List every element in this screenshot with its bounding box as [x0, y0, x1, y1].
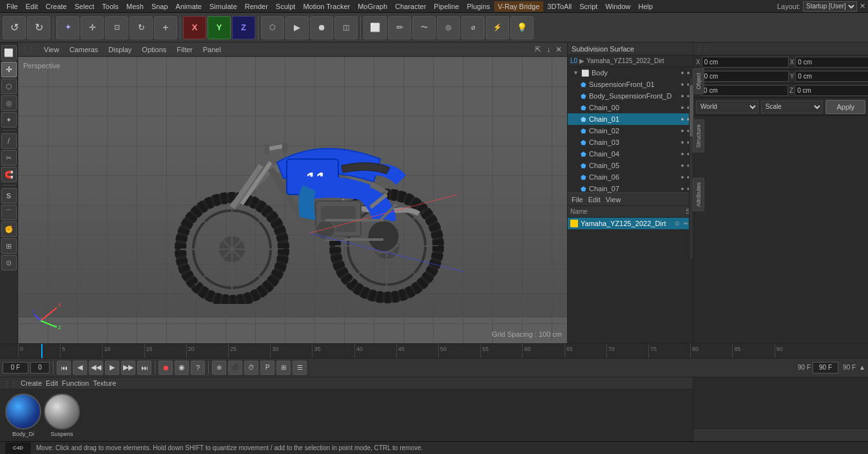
frame-input[interactable]	[3, 362, 28, 374]
attr-x2-input[interactable]	[795, 57, 868, 68]
attr-z2-input[interactable]	[795, 85, 868, 96]
tree-item-body[interactable]: ▼ ⬜ Body ● ●	[568, 67, 693, 79]
tool-tiles[interactable]: ⊞	[1, 238, 17, 254]
menu-snap[interactable]: Snap	[148, 1, 172, 12]
animate-mode-button[interactable]: ⏱	[244, 361, 258, 375]
vp-lock-icon[interactable]: ↓	[546, 45, 550, 54]
menu-animate[interactable]: Animate	[172, 1, 206, 12]
menu-motion-tracker[interactable]: Motion Tracker	[299, 1, 354, 12]
deformer-button[interactable]: ⌀	[461, 16, 485, 39]
mocap-button[interactable]: ⊞	[276, 361, 291, 375]
attr-y2-input[interactable]	[795, 71, 868, 82]
mat-menu-edit[interactable]: Edit	[46, 379, 58, 387]
motion-path-button[interactable]: ⊕	[212, 361, 226, 375]
cube-button[interactable]: ⬜	[363, 16, 387, 39]
side-tab-object[interactable]: Object	[693, 68, 704, 94]
dynamics-button[interactable]: ⚡	[486, 16, 509, 39]
render-preview-button[interactable]: ◫	[334, 16, 358, 39]
menu-create[interactable]: Create	[42, 1, 71, 12]
mat-menu-function[interactable]: Function	[62, 379, 89, 387]
x-axis-button[interactable]: X	[183, 16, 206, 39]
scale-button[interactable]: ⊡	[105, 16, 128, 39]
goto-start-button[interactable]: ⏮	[57, 361, 71, 375]
tree-item-chain07[interactable]: ⬟ Chain_07 ● ●	[568, 183, 693, 193]
light-button[interactable]: 💡	[510, 16, 534, 39]
menu-file[interactable]: File	[3, 1, 22, 12]
side-tab-structure[interactable]: Structure	[693, 120, 704, 153]
tool-line[interactable]: /	[1, 133, 17, 149]
vp-close-icon[interactable]: ✕	[555, 45, 562, 54]
menu-select[interactable]: Select	[71, 1, 99, 12]
layout-close-icon[interactable]: ✕	[860, 2, 865, 10]
viewport[interactable]: X Z Y	[18, 57, 567, 343]
tree-item-suspension01[interactable]: ⬟ SuspensionFront_01 ● ●	[568, 79, 693, 90]
menu-3dtoall[interactable]: 3DToAll	[543, 1, 575, 12]
attr-x-input[interactable]	[702, 57, 789, 68]
mat-menu-texture[interactable]: Texture	[93, 379, 116, 387]
menu-edit[interactable]: Edit	[22, 1, 42, 12]
select-model-button[interactable]: ✦	[56, 16, 79, 39]
redo-button[interactable]: ↻	[27, 16, 50, 39]
menu-plugins[interactable]: Plugins	[463, 1, 494, 12]
tree-item-chain04[interactable]: ⬟ Chain_04 ● ●	[568, 148, 693, 160]
menu-character[interactable]: Character	[391, 1, 430, 12]
scale-mode-select[interactable]: Scale	[761, 100, 824, 113]
menu-mesh[interactable]: Mesh	[122, 1, 148, 12]
menu-pipeline[interactable]: Pipeline	[430, 1, 463, 12]
track-view-button[interactable]: ☰	[293, 361, 307, 375]
tree-item-chain00[interactable]: ⬟ Chain_00 ● ●	[568, 102, 693, 113]
attr-y-input[interactable]	[702, 71, 789, 82]
y-axis-button[interactable]: Y	[207, 16, 231, 39]
tree-scrollbar[interactable]	[689, 79, 693, 259]
play-button[interactable]: ▶	[105, 361, 119, 375]
paint-button[interactable]: ✏	[388, 16, 411, 39]
menu-simulate[interactable]: Simulate	[206, 1, 241, 12]
record-button[interactable]: ⏺	[310, 16, 333, 39]
tree-item-chain06[interactable]: ⬟ Chain_06 ● ●	[568, 171, 693, 183]
question-button[interactable]: ?	[191, 361, 205, 375]
tool-bend[interactable]: ⌒	[1, 205, 17, 220]
tree-item-body-suspension[interactable]: ⬟ Body_SuspensionFront_D ● ●	[568, 90, 693, 102]
menu-help[interactable]: Help	[635, 1, 657, 12]
vp-menu-cameras[interactable]: Cameras	[66, 44, 102, 55]
menu-sculpt[interactable]: Sculpt	[272, 1, 300, 12]
tool-circle[interactable]: ◎	[1, 95, 17, 111]
tool-paint[interactable]: ✦	[1, 112, 17, 128]
tool-grab[interactable]: ✊	[1, 222, 17, 237]
tool-magnet[interactable]: 🧲	[1, 167, 17, 182]
mat-menu-create[interactable]: Create	[21, 379, 42, 387]
z-axis-button[interactable]: Z	[232, 16, 255, 39]
layer-button[interactable]: ⬛	[228, 361, 242, 375]
layout-select[interactable]: Startup [User]	[803, 1, 857, 12]
menu-script[interactable]: Script	[575, 1, 601, 12]
coord-mode-select[interactable]: World	[696, 100, 758, 113]
tree-item-chain03[interactable]: ⬟ Chain_03 ● ●	[568, 137, 693, 148]
play-reverse-button[interactable]: ◀◀	[89, 361, 103, 375]
tool-select[interactable]: ⬜	[1, 45, 17, 61]
move-button[interactable]: ✛	[81, 16, 104, 39]
tree-item-chain01[interactable]: ⬟ Chain_01 ● ●	[568, 113, 693, 125]
frame-offset-input[interactable]	[30, 362, 50, 374]
vp-menu-display[interactable]: Display	[104, 44, 135, 55]
step-back-button[interactable]: ◀	[73, 361, 87, 375]
material-item-body[interactable]: Body_Di	[5, 393, 41, 437]
rotate-button[interactable]: ↻	[130, 16, 153, 39]
menu-window[interactable]: Window	[601, 1, 634, 12]
goto-end-button[interactable]: ⏭	[137, 361, 151, 375]
tool-move[interactable]: ✛	[1, 62, 17, 77]
add-object-button[interactable]: +	[154, 16, 177, 39]
menu-mograph[interactable]: MoGraph	[354, 1, 391, 12]
playback-button[interactable]: ▶	[285, 16, 309, 39]
fb-menu-view[interactable]: View	[606, 196, 621, 203]
vp-fullscreen-icon[interactable]: ⇱	[535, 45, 541, 54]
nurbs-button[interactable]: ◎	[437, 16, 460, 39]
record-anim-button[interactable]: ⏺	[159, 361, 173, 375]
side-tab-attributes[interactable]: Attributes	[693, 178, 704, 211]
tool-box[interactable]: ⬡	[1, 79, 17, 94]
fb-menu-file[interactable]: File	[572, 196, 583, 203]
pose-button[interactable]: P	[260, 361, 275, 375]
file-item-yamaha[interactable]: Yamaha_YZ125_2022_Dirt ⊙ ✏	[568, 218, 693, 229]
record-point-button[interactable]: ◉	[175, 361, 189, 375]
tool-knife[interactable]: ✂	[1, 150, 17, 166]
tool-target[interactable]: ⊙	[1, 255, 17, 270]
